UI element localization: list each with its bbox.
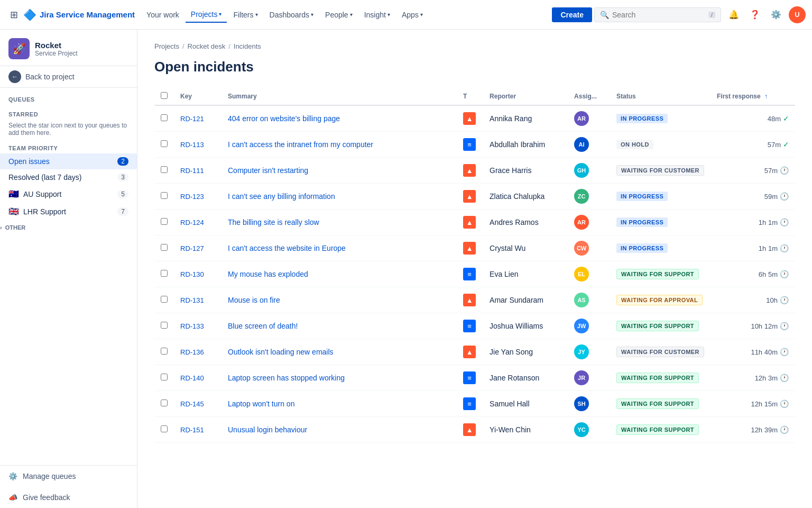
row-checkbox[interactable] <box>161 270 168 277</box>
row-reporter: Crystal Wu <box>483 235 568 261</box>
summary-link[interactable]: Unusual login behaviour <box>228 425 307 434</box>
row-summary: I can't see any billing information <box>222 184 457 210</box>
search-input[interactable] <box>612 11 705 19</box>
row-checkbox[interactable] <box>161 114 168 121</box>
row-checkbox[interactable] <box>161 322 168 329</box>
summary-link[interactable]: I can't see any billing information <box>228 192 335 201</box>
breadcrumb-rocket-desk[interactable]: Rocket desk <box>188 42 226 50</box>
row-key: RD-124 <box>174 210 222 235</box>
sidebar-item-au-support[interactable]: 🇦🇺 AU Support 5 <box>0 185 137 203</box>
breadcrumb-projects[interactable]: Projects <box>154 42 179 50</box>
key-link[interactable]: RD-111 <box>180 167 204 175</box>
row-checkbox[interactable] <box>161 244 168 251</box>
summary-link[interactable]: Mouse is on fire <box>228 296 280 304</box>
row-checkbox[interactable] <box>161 400 168 406</box>
notifications-button[interactable]: 🔔 <box>725 6 742 23</box>
assignee-avatar: AR <box>574 111 589 126</box>
nav-people[interactable]: People ▾ <box>320 7 358 22</box>
nav-filters[interactable]: Filters ▾ <box>228 7 263 22</box>
header-summary: Summary <box>222 88 457 105</box>
nav-projects[interactable]: Projects ▾ <box>186 7 227 23</box>
clock-icon: 🕐 <box>780 166 789 175</box>
row-key: RD-121 <box>174 105 222 132</box>
back-to-project-button[interactable]: ← Back to project <box>0 66 137 88</box>
row-summary: Laptop won't turn on <box>222 391 457 417</box>
user-avatar[interactable]: U <box>789 6 806 23</box>
table-row: RD-133 Blue screen of death! ≡ Joshua Wi… <box>154 313 795 339</box>
search-box[interactable]: 🔍 / <box>594 7 721 22</box>
key-link[interactable]: RD-133 <box>180 322 204 330</box>
row-checkbox[interactable] <box>161 140 168 147</box>
nav-dashboards[interactable]: Dashboards ▾ <box>264 7 319 22</box>
type-icon: ▲ <box>463 216 476 229</box>
key-link[interactable]: RD-140 <box>180 374 204 382</box>
row-assignee: GH <box>568 158 610 184</box>
header-first-response[interactable]: First response ↑ <box>710 88 795 105</box>
key-link[interactable]: RD-131 <box>180 296 204 304</box>
row-reporter: Joshua Williams <box>483 313 568 339</box>
summary-link[interactable]: 404 error on website's billing page <box>228 114 340 123</box>
select-all-checkbox[interactable] <box>161 92 168 99</box>
row-checkbox[interactable] <box>161 218 168 225</box>
team-priority-title: TEAM PRIORITY <box>0 141 137 153</box>
other-toggle[interactable]: › OTHER <box>0 220 137 235</box>
summary-link[interactable]: Laptop won't turn on <box>228 400 294 408</box>
sidebar-item-resolved[interactable]: Resolved (last 7 days) 3 <box>0 169 137 185</box>
row-assignee: AS <box>568 287 610 313</box>
sidebar-item-open-issues[interactable]: Open issues 2 <box>0 153 137 169</box>
row-checkbox[interactable] <box>161 192 168 199</box>
create-button[interactable]: Create <box>552 7 592 22</box>
key-link[interactable]: RD-127 <box>180 244 204 252</box>
summary-link[interactable]: I can't access the intranet from my comp… <box>228 140 373 149</box>
summary-link[interactable]: My mouse has exploded <box>228 270 308 278</box>
summary-link[interactable]: The billing site is really slow <box>228 218 319 226</box>
first-response-time: 59m <box>764 193 778 201</box>
summary-link[interactable]: Outlook isn't loading new emails <box>228 348 334 356</box>
row-checkbox[interactable] <box>161 166 168 173</box>
first-response-value: 59m 🕐 <box>717 192 789 201</box>
give-feedback-button[interactable]: 📣 Give feedback <box>0 487 137 508</box>
key-link[interactable]: RD-113 <box>180 141 204 149</box>
row-checkbox[interactable] <box>161 348 168 355</box>
sidebar-item-lhr-support[interactable]: 🇬🇧 LHR Support 7 <box>0 203 137 220</box>
row-checkbox[interactable] <box>161 425 168 432</box>
row-checkbox-cell <box>154 365 174 391</box>
nav-your-work[interactable]: Your work <box>141 7 184 22</box>
summary-link[interactable]: Computer isn't restarting <box>228 166 308 175</box>
key-link[interactable]: RD-151 <box>180 426 204 434</box>
row-type: ▲ <box>457 417 483 443</box>
key-link[interactable]: RD-123 <box>180 193 204 201</box>
key-link[interactable]: RD-145 <box>180 400 204 408</box>
project-icon: 🚀 <box>8 38 30 59</box>
app-logo[interactable]: 🔷 Jira Service Management <box>23 8 135 21</box>
row-checkbox[interactable] <box>161 296 168 303</box>
row-reporter: Annika Rang <box>483 105 568 132</box>
summary-link[interactable]: Blue screen of death! <box>228 322 298 330</box>
key-link[interactable]: RD-130 <box>180 270 204 278</box>
summary-link[interactable]: Laptop screen has stopped working <box>228 374 345 382</box>
lhr-flag-icon: 🇬🇧 <box>8 206 19 216</box>
row-checkbox-cell <box>154 391 174 417</box>
row-key: RD-113 <box>174 132 222 158</box>
first-response-value: 1h 1m 🕐 <box>717 244 789 252</box>
summary-link[interactable]: I can't access the website in Europe <box>228 244 346 252</box>
filters-caret: ▾ <box>255 12 258 17</box>
table-row: RD-145 Laptop won't turn on ≡ Samuel Hal… <box>154 391 795 417</box>
reporter-name: Joshua Williams <box>490 322 543 330</box>
help-button[interactable]: ❓ <box>746 6 763 23</box>
status-badge: ON HOLD <box>616 140 653 149</box>
row-checkbox[interactable] <box>161 374 168 380</box>
manage-queues-button[interactable]: ⚙️ Manage queues <box>0 466 137 487</box>
gear-icon: ⚙️ <box>8 472 17 480</box>
settings-button[interactable]: ⚙️ <box>768 6 785 23</box>
first-response-time: 12h 15m <box>751 400 778 408</box>
key-link[interactable]: RD-121 <box>180 115 204 123</box>
nav-insight[interactable]: Insight ▾ <box>359 7 395 22</box>
key-link[interactable]: RD-136 <box>180 348 204 356</box>
row-type: ▲ <box>457 235 483 261</box>
row-status: WAITING FOR SUPPORT <box>610 261 710 287</box>
nav-apps[interactable]: Apps ▾ <box>396 7 428 22</box>
open-issues-count: 2 <box>117 157 128 166</box>
grid-icon[interactable]: ⊞ <box>6 7 21 22</box>
key-link[interactable]: RD-124 <box>180 219 204 226</box>
